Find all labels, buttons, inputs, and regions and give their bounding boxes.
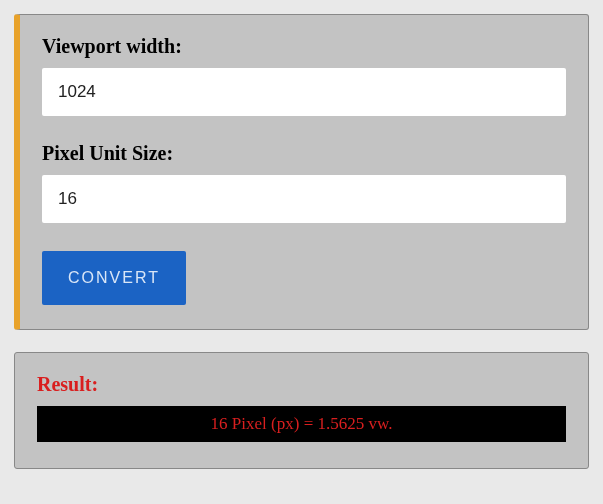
result-text: 16 Pixel (px) = 1.5625 vw. [37,406,566,442]
result-heading: Result: [37,373,566,396]
convert-button[interactable]: CONVERT [42,251,186,305]
result-panel: Result: 16 Pixel (px) = 1.5625 vw. [14,352,589,469]
viewport-width-label: Viewport width: [42,35,566,58]
viewport-width-input[interactable] [42,68,566,116]
pixel-unit-label: Pixel Unit Size: [42,142,566,165]
pixel-unit-input[interactable] [42,175,566,223]
converter-panel: Viewport width: Pixel Unit Size: CONVERT [14,14,589,330]
